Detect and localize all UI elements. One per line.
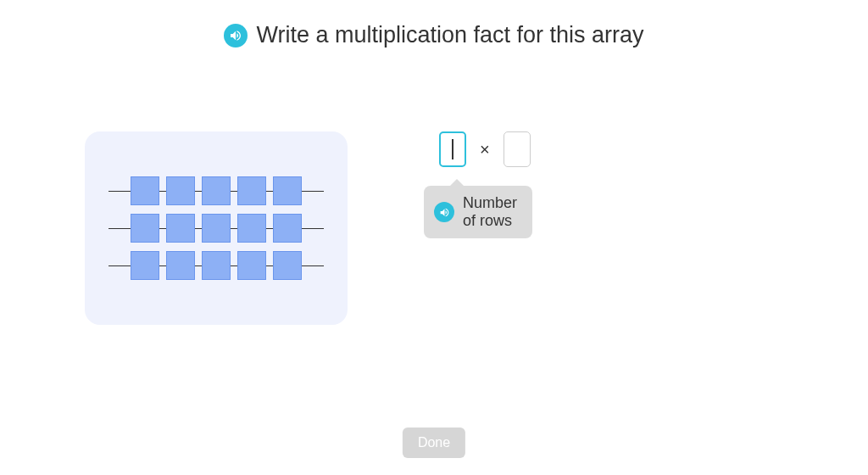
array-square [166,214,195,243]
rows-input[interactable] [439,131,466,167]
array-squares [108,251,324,280]
speaker-icon[interactable] [224,24,248,48]
hint-tooltip: Number of rows [424,186,532,238]
done-button[interactable]: Done [403,428,465,458]
content-area: × Number of rows [0,131,868,325]
array-square [202,176,231,205]
array-visual [85,131,348,325]
columns-input[interactable] [504,131,531,167]
array-square [131,214,159,243]
array-square [273,214,302,243]
array-square [202,251,231,280]
array-square [131,176,159,205]
equation-area: × Number of rows [439,131,531,167]
array-square [202,214,231,243]
array-square [131,251,159,280]
array-squares [108,214,324,243]
array-row [108,176,324,206]
multiply-operator: × [480,140,490,159]
array-row [108,213,324,243]
array-squares [108,176,324,205]
question-title: Write a multiplication fact for this arr… [256,22,643,48]
array-square [237,251,266,280]
array-row [108,250,324,281]
text-cursor [452,139,453,159]
speaker-icon[interactable] [434,202,454,222]
hint-text: Number of rows [463,194,517,230]
array-square [273,251,302,280]
array-square [273,176,302,205]
array-square [166,251,195,280]
array-square [237,214,266,243]
array-square [166,176,195,205]
array-square [237,176,266,205]
question-header: Write a multiplication fact for this arr… [0,0,868,48]
equation: × [439,131,531,167]
